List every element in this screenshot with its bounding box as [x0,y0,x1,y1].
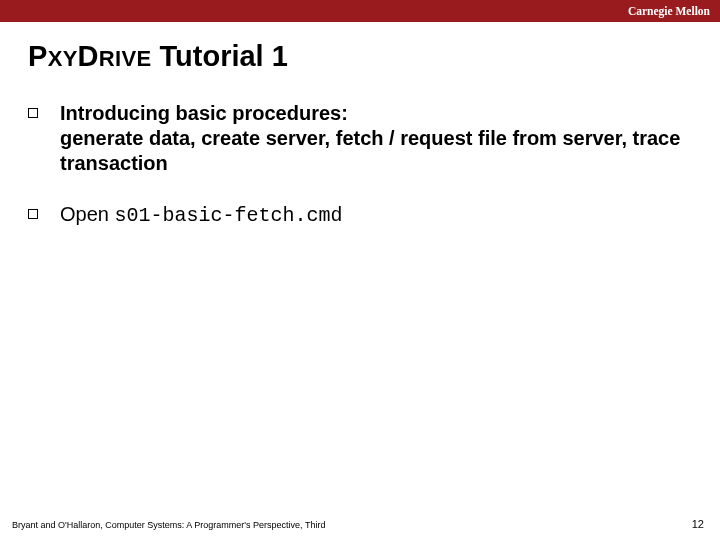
footer-citation: Bryant and O'Hallaron, Computer Systems:… [12,520,325,530]
bullet-body: Introducing basic procedures: generate d… [60,101,692,176]
code-filename: s01-basic-fetch.cmd [114,204,342,227]
institution-brand: Carnegie Mellon [628,5,710,17]
bullet-marker-icon [28,209,38,219]
bullet-rest: generate data, create server, fetch / re… [60,127,680,174]
list-item: Introducing basic procedures: generate d… [28,101,692,176]
list-item: Open s01-basic-fetch.cmd [28,202,692,228]
bullet-list: Introducing basic procedures: generate d… [28,101,692,228]
header-bar: Carnegie Mellon [0,0,720,22]
slide-title: PXYDRIVE Tutorial 1 [28,40,720,73]
open-word: Open [60,203,114,225]
title-rest: Tutorial 1 [151,40,287,72]
title-pxy-d: D [78,40,99,72]
bullet-marker-icon [28,108,38,118]
bullet-lead: Introducing basic procedures: [60,102,348,124]
title-pxy-p: P [28,40,48,72]
title-pxy-rive: RIVE [99,46,152,71]
bullet-body: Open s01-basic-fetch.cmd [60,202,343,228]
title-pxy-xy: XY [48,46,78,71]
page-number: 12 [692,518,704,530]
